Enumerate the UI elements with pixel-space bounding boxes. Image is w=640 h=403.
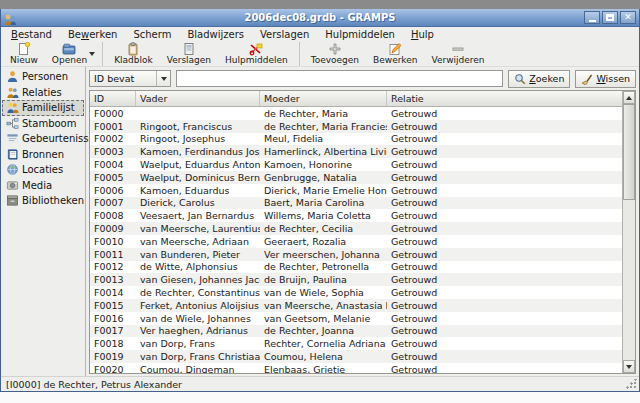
table-row[interactable]: F0001Ringoot, Franciscusde Rechter, Mari…: [90, 120, 622, 133]
family-list-icon: [6, 101, 19, 114]
combo-arrow: [156, 71, 170, 86]
table-row[interactable]: F0003Kamoen, Ferdinandus Josep...Hamerli…: [90, 145, 622, 158]
table-row[interactable]: F0018van Dorp, FransRechter, Cornelia Ad…: [90, 337, 622, 350]
table-cell: Getrouwd: [387, 121, 622, 132]
sidebar-item-bibliotheken[interactable]: Bibliotheken: [2, 193, 84, 209]
table-row[interactable]: F0017Ver haeghen, Adrianusde Rechter, Jo…: [90, 325, 622, 338]
kladblok-button[interactable]: Kladblok: [107, 41, 160, 67]
menu-bewerken[interactable]: Bewerken: [60, 29, 125, 40]
table-cell: de Witte, Alphonsius: [136, 261, 260, 272]
tools-icon: [248, 42, 264, 56]
new-document-icon: [16, 42, 32, 56]
resize-grip[interactable]: [626, 379, 637, 389]
sidebar: Personen Relaties Familielijst Stamboom …: [1, 67, 86, 376]
toevoegen-button[interactable]: Toevoegen: [304, 41, 366, 67]
bewerken-button[interactable]: Bewerken: [366, 41, 424, 67]
table-cell: F0015: [90, 300, 136, 311]
table-cell: Dierick, Carolus: [136, 197, 260, 208]
table-row[interactable]: F0016van de Wiele, Johannesvan Geetsom, …: [90, 312, 622, 325]
table-cell: van Meersche, Adriaan: [136, 236, 260, 247]
column-header-relatie[interactable]: Relatie: [387, 91, 622, 106]
title-bar[interactable]: 2006dec08.grdb - GRAMPS ✕: [1, 9, 639, 27]
maximize-button[interactable]: [602, 11, 618, 24]
verwijderen-button[interactable]: Verwijderen: [425, 41, 492, 67]
table-row[interactable]: F0020Coumou, DingemanElenbaas, GrietjeGe…: [90, 363, 622, 373]
menu-hulp[interactable]: Hulp: [403, 29, 442, 40]
table-cell: Getrouwd: [387, 300, 622, 311]
column-header-moeder[interactable]: Moeder: [260, 91, 387, 106]
table-cell: Ringoot, Josephus: [136, 133, 260, 144]
menu-hulpmiddelen[interactable]: Hulpmiddelen: [317, 29, 403, 40]
table-cell: de Rechter, Maria Franciesca: [260, 121, 387, 132]
sidebar-item-bronnen[interactable]: Bronnen: [2, 147, 84, 163]
clipboard-icon: [125, 42, 141, 56]
sidebar-item-relaties[interactable]: Relaties: [2, 85, 84, 101]
close-button[interactable]: ✕: [620, 11, 636, 24]
table-row[interactable]: F0010van Meersche, AdriaanGeeraert, Roza…: [90, 235, 622, 248]
table-row[interactable]: F0002Ringoot, JosephusMeul, FideliaGetro…: [90, 133, 622, 146]
search-input[interactable]: [176, 70, 503, 87]
scroll-down-button[interactable]: [623, 360, 635, 373]
repositories-icon: [6, 194, 19, 207]
sources-icon: [6, 148, 19, 161]
table-cell: Ver haeghen, Adrianus: [136, 325, 260, 336]
nieuw-button[interactable]: Nieuw: [3, 41, 45, 67]
column-header-id[interactable]: ID: [90, 91, 136, 106]
table-row[interactable]: F0015Ferket, Antonius Aloijsiusvan Meers…: [90, 299, 622, 312]
table-row[interactable]: F0008Veesaert, Jan BernardusWillems, Mar…: [90, 209, 622, 222]
verslagen-button[interactable]: Verslagen: [160, 41, 218, 67]
toolbar-separator: [102, 42, 103, 66]
table-cell: Getrouwd: [387, 249, 622, 260]
scroll-up-button[interactable]: [623, 91, 635, 104]
table-cell: F0013: [90, 274, 136, 285]
sidebar-item-personen[interactable]: Personen: [2, 69, 84, 85]
openen-button[interactable]: Openen: [45, 41, 89, 67]
table-cell: van de Wiele, Johannes: [136, 313, 260, 324]
menu-verslagen[interactable]: Verslagen: [252, 29, 317, 40]
sidebar-item-stamboom[interactable]: Stamboom: [2, 116, 84, 132]
table-cell: Kamoen, Ferdinandus Josep...: [136, 146, 260, 157]
sidebar-item-media[interactable]: Media: [2, 178, 84, 194]
sidebar-item-label: Stamboom: [22, 118, 76, 129]
minimize-button[interactable]: [584, 11, 600, 24]
wissen-button[interactable]: Wissen: [575, 70, 636, 88]
table-cell: de Rechter, Cecilia: [260, 223, 387, 234]
table-row[interactable]: F0019van Dorp, Frans ChristiaanCoumou, H…: [90, 350, 622, 363]
table-row[interactable]: F0000de Rechter, MariaGetrouwd: [90, 107, 622, 120]
table-row[interactable]: F0006Kamoen, EduardusDierick, Marie Emel…: [90, 184, 622, 197]
table-row[interactable]: F0005Waelput, Dominicus Bernar...Genbrug…: [90, 171, 622, 184]
sidebar-item-locaties[interactable]: Locaties: [2, 162, 84, 178]
table-cell: van Bunderen, Pieter: [136, 249, 260, 260]
zoeken-label: Zoeken: [529, 73, 564, 84]
table-cell: Getrouwd: [387, 313, 622, 324]
scrollbar-thumb[interactable]: [623, 104, 635, 200]
table-row[interactable]: F0011van Bunderen, PieterVer meerschen, …: [90, 248, 622, 261]
hulpmiddelen-button[interactable]: Hulpmiddelen: [218, 41, 295, 67]
vertical-scrollbar[interactable]: [622, 91, 635, 373]
table-cell: Genbrugge, Natalia: [260, 172, 387, 183]
table-cell: F0011: [90, 249, 136, 260]
table-row[interactable]: F0013van Giesen, Johannes Jacobusde Brui…: [90, 273, 622, 286]
table-cell: Baert, Maria Carolina: [260, 197, 387, 208]
table-row[interactable]: F0012de Witte, Alphonsiusde Rechter, Pet…: [90, 261, 622, 274]
sidebar-item-label: Familielijst: [22, 102, 75, 113]
column-header-vader[interactable]: Vader: [136, 91, 260, 106]
zoeken-button[interactable]: Zoeken: [508, 70, 570, 88]
sidebar-item-gebeurtenissen[interactable]: Gebeurtenissen: [2, 131, 84, 147]
pedigree-icon: [6, 117, 19, 130]
menu-scherm[interactable]: Scherm: [125, 29, 179, 40]
menu-bladwijzers[interactable]: Bladwijzers: [179, 29, 252, 40]
table-cell: Getrouwd: [387, 274, 622, 285]
table-row[interactable]: F0007Dierick, CarolusBaert, Maria Caroli…: [90, 197, 622, 210]
table-row[interactable]: F0014de Rechter, Constantinusvan de Wiel…: [90, 286, 622, 299]
close-icon: ✕: [624, 13, 632, 22]
table-row[interactable]: F0004Waelput, Eduardus AntoniusKamoen, H…: [90, 158, 622, 171]
table-row[interactable]: F0009van Meersche, Laurentiusde Rechter,…: [90, 222, 622, 235]
search-icon: [514, 73, 526, 85]
filter-field-select[interactable]: ID bevat: [89, 70, 171, 87]
filter-bar: ID bevat Zoeken Wissen: [89, 69, 636, 90]
sidebar-item-familielijst[interactable]: Familielijst: [2, 100, 84, 116]
openen-dropdown-button[interactable]: [89, 41, 98, 67]
menu-bestand[interactable]: Bestand: [3, 29, 60, 40]
chevron-down-icon: [161, 77, 167, 81]
